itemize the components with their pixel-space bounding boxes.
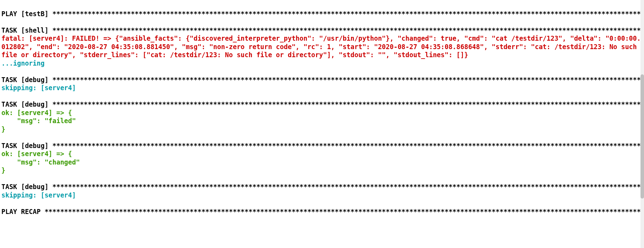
output-line: } <box>1 167 5 174</box>
output-line: skipping: [server4] <box>1 192 76 199</box>
output-line: TASK [debug] ***************************… <box>1 142 641 149</box>
output-line: PLAY RECAP *****************************… <box>1 208 641 215</box>
output-line: ok: [server4] => { <box>1 109 72 116</box>
output-line: ok: [server4] => { <box>1 150 72 157</box>
output-line: fatal: [server4]: FAILED! => {"ansible_f… <box>1 35 641 59</box>
output-line: "msg": "failed" <box>1 117 76 125</box>
output-line: TASK [debug] ***************************… <box>1 183 641 190</box>
output-line: skipping: [server4] <box>1 84 76 92</box>
output-line: PLAY [testB] ***************************… <box>1 10 641 18</box>
output-line: } <box>1 126 5 133</box>
scrollbar[interactable] <box>640 0 644 216</box>
output-line: TASK [shell] ***************************… <box>1 27 641 34</box>
output-line: TASK [debug] ***************************… <box>1 76 641 83</box>
ansible-output-terminal[interactable]: PLAY [testB] ***************************… <box>0 0 644 216</box>
output-line: ...ignoring <box>1 60 44 67</box>
output-line: "msg": "changed" <box>1 159 80 166</box>
scrollbar-thumb[interactable] <box>640 74 644 199</box>
output-line: TASK [debug] ***************************… <box>1 101 641 108</box>
